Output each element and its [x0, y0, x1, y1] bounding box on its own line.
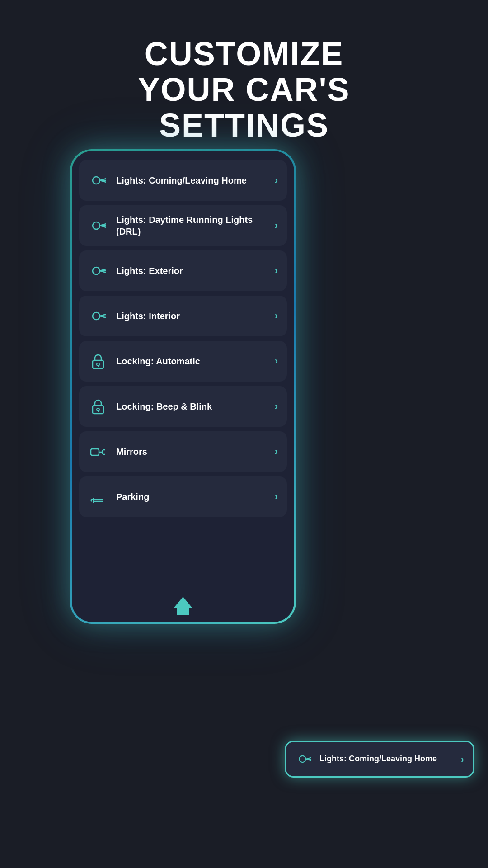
menu-label-mirrors: Mirrors [116, 446, 270, 458]
chevron-locking-automatic: › [275, 355, 278, 367]
menu-item-lights-coming-leaving[interactable]: Lights: Coming/Leaving Home › [79, 160, 287, 201]
menu-item-locking-automatic[interactable]: Locking: Automatic › [79, 341, 287, 382]
home-bar[interactable] [174, 597, 192, 615]
svg-rect-22 [91, 449, 99, 455]
menu-item-lights-interior[interactable]: Lights: Interior › [79, 296, 287, 336]
menu-item-locking-beep-blink[interactable]: Locking: Beep & Blink › [79, 386, 287, 427]
tooltip-label: Lights: Coming/Leaving Home [319, 754, 461, 764]
svg-rect-19 [93, 406, 103, 414]
menu-label-lights-drl: Lights: Daytime Running Lights (DRL) [116, 214, 270, 237]
menu-list: Lights: Coming/Leaving Home › Lights: Da… [72, 151, 294, 622]
tooltip-chevron: › [461, 754, 464, 764]
tooltip-card[interactable]: Lights: Coming/Leaving Home › [285, 741, 474, 778]
chevron-locking-beep-blink: › [275, 401, 278, 412]
tooltip-headlight-icon [295, 750, 313, 768]
chevron-lights-exterior: › [275, 265, 278, 277]
svg-point-8 [93, 267, 100, 274]
chevron-lights-coming-leaving: › [275, 175, 278, 186]
svg-point-4 [93, 222, 100, 229]
menu-label-lights-interior: Lights: Interior [116, 310, 270, 322]
phone-frame: Lights: Coming/Leaving Home › Lights: Da… [70, 149, 296, 624]
chevron-lights-drl: › [275, 220, 278, 231]
menu-item-mirrors[interactable]: Mirrors › [79, 431, 287, 472]
lock-icon-2 [88, 396, 108, 416]
menu-item-lights-exterior[interactable]: Lights: Exterior › [79, 250, 287, 291]
headlight-icon-3 [88, 261, 108, 281]
svg-rect-16 [93, 360, 103, 368]
menu-label-parking: Parking [116, 491, 270, 503]
page-title: CUSTOMIZE YOUR CAR'S SETTINGS [0, 0, 488, 162]
chevron-lights-interior: › [275, 310, 278, 322]
chevron-mirrors: › [275, 446, 278, 458]
menu-label-lights-coming-leaving: Lights: Coming/Leaving Home [116, 175, 270, 186]
svg-point-30 [299, 756, 305, 762]
headlight-icon-4 [88, 306, 108, 326]
menu-label-lights-exterior: Lights: Exterior [116, 265, 270, 277]
lock-icon-1 [88, 351, 108, 371]
headlight-icon-2 [88, 216, 108, 236]
svg-point-12 [93, 312, 100, 320]
home-icon[interactable] [174, 597, 192, 615]
chevron-parking: › [275, 491, 278, 503]
menu-label-locking-automatic: Locking: Automatic [116, 355, 270, 367]
headlight-icon-1 [88, 170, 108, 190]
svg-point-17 [97, 363, 99, 366]
svg-point-20 [97, 408, 99, 411]
menu-label-locking-beep-blink: Locking: Beep & Blink [116, 401, 270, 412]
svg-point-0 [93, 177, 100, 184]
mirror-icon [88, 442, 108, 462]
menu-item-parking[interactable]: Parking › [79, 476, 287, 517]
menu-item-lights-drl[interactable]: Lights: Daytime Running Lights (DRL) › [79, 205, 287, 246]
phone-screen: Lights: Coming/Leaving Home › Lights: Da… [72, 151, 294, 622]
parking-icon [88, 487, 108, 507]
